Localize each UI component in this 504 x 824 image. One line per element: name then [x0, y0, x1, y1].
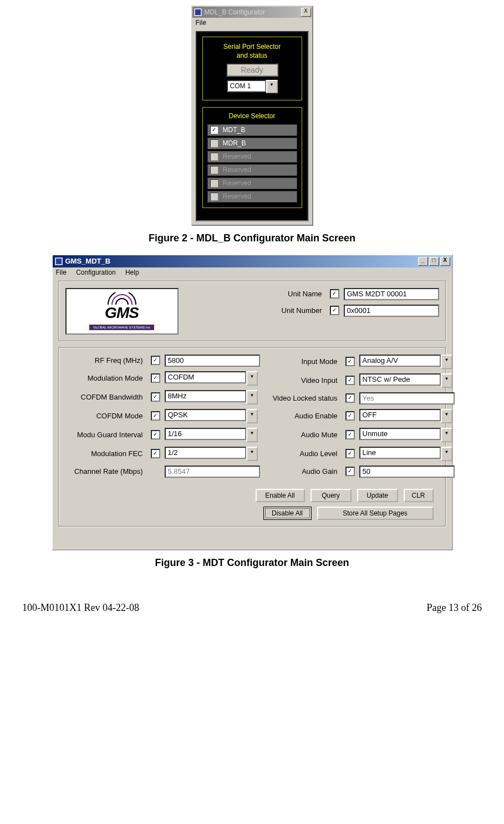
field-dropdown[interactable]: 1/16▼	[165, 428, 258, 442]
field-value[interactable]: 1/16	[165, 428, 247, 440]
logo-subtitle: GLOBAL MICROWAVE SYSTEMS Inc	[89, 325, 154, 330]
titlebar[interactable]: MDL_B Configurator X	[192, 7, 312, 18]
serial-port-label-line2: and status	[237, 52, 267, 59]
left-column: RF Freq (MHz)✓5800Modulation Mode✓COFDM▼…	[65, 355, 260, 482]
device-label: Reserved	[223, 153, 251, 160]
serial-port-group: Serial Port Selector and status Ready CO…	[202, 37, 302, 100]
update-button[interactable]: Update	[357, 489, 398, 502]
field-value[interactable]: Unmute	[359, 428, 441, 440]
unit-name-checkbox[interactable]: ✓	[330, 289, 339, 299]
field-checkbox[interactable]: ✓	[151, 373, 160, 383]
footer-right: Page 13 of 26	[427, 602, 482, 614]
enable-all-button[interactable]: Enable All	[256, 489, 305, 502]
chevron-down-icon[interactable]: ▼	[441, 409, 452, 423]
menu-file[interactable]: File	[196, 19, 206, 27]
chevron-down-icon[interactable]: ▼	[441, 355, 452, 369]
serial-port-label-line1: Serial Port Selector	[223, 43, 281, 50]
field-label: Audio Level	[260, 449, 341, 458]
field-checkbox[interactable]: ✓	[345, 467, 355, 476]
chevron-down-icon[interactable]: ▼	[246, 409, 257, 423]
clr-button[interactable]: CLR	[404, 489, 434, 502]
unit-number-checkbox[interactable]: ✓	[330, 306, 339, 315]
field-value[interactable]: Analog A/V	[359, 355, 441, 367]
field-value[interactable]: 1/2	[165, 447, 247, 459]
gms-mdt-b-window: GMS_MDT_B _ □ X File Configuration Help	[52, 254, 453, 550]
field-row: COFDM Mode✓QPSK▼	[65, 409, 260, 423]
com-port-value[interactable]: COM 1	[227, 80, 266, 92]
field-value[interactable]: Line	[359, 447, 441, 459]
menu-help[interactable]: Help	[125, 269, 139, 276]
field-dropdown[interactable]: 8MHz▼	[165, 390, 258, 405]
minimize-button[interactable]: _	[418, 257, 428, 266]
field-checkbox[interactable]: ✓	[345, 393, 355, 403]
field-dropdown[interactable]: COFDM▼	[165, 371, 258, 386]
field-dropdown[interactable]: OFF▼	[359, 409, 452, 423]
field-checkbox[interactable]: ✓	[345, 411, 355, 421]
field-dropdown[interactable]: QPSK▼	[165, 409, 258, 423]
field-checkbox[interactable]: ✓	[151, 430, 160, 439]
chevron-down-icon[interactable]: ▼	[246, 371, 257, 386]
menu-file[interactable]: File	[56, 269, 67, 276]
device-row[interactable]: MDR_B	[207, 138, 297, 149]
unit-info-group: GMS GLOBAL MICROWAVE SYSTEMS Inc Unit Na…	[58, 281, 446, 342]
field-checkbox[interactable]: ✓	[345, 357, 355, 366]
field-row: Audio Mute✓Unmute▼	[260, 428, 455, 442]
disable-all-button[interactable]: Disable All	[263, 507, 312, 520]
chevron-down-icon[interactable]: ▼	[246, 390, 257, 405]
field-checkbox[interactable]: ✓	[151, 356, 160, 365]
field-row: Audio Level✓Line▼	[260, 447, 455, 461]
gms-logo: GMS GLOBAL MICROWAVE SYSTEMS Inc	[65, 288, 179, 335]
chevron-down-icon[interactable]: ▼	[246, 447, 257, 461]
field-value[interactable]: 8MHz	[165, 390, 247, 402]
close-button[interactable]: X	[301, 8, 311, 17]
unit-name-field[interactable]: GMS M2DT 00001	[344, 288, 439, 300]
chevron-down-icon[interactable]: ▼	[441, 447, 452, 461]
chevron-down-icon[interactable]: ▼	[441, 373, 452, 388]
field-row: Modulation Mode✓COFDM▼	[65, 371, 260, 386]
field-dropdown[interactable]: Unmute▼	[359, 428, 452, 442]
field-checkbox[interactable]: ✓	[345, 376, 355, 385]
svg-rect-3	[56, 259, 62, 264]
device-row[interactable]: ✓ MDT_B	[207, 124, 297, 136]
field-checkbox[interactable]: ✓	[345, 430, 355, 439]
field-checkbox[interactable]: ✓	[345, 449, 355, 458]
field-value-readonly: Yes	[359, 392, 455, 405]
chevron-down-icon[interactable]: ▼	[441, 428, 452, 442]
config-panel: Serial Port Selector and status Ready CO…	[196, 31, 309, 221]
field-label: COFDM Bandwidth	[65, 393, 146, 401]
field-input[interactable]: 50	[359, 466, 455, 478]
chevron-down-icon[interactable]: ▼	[266, 80, 278, 93]
field-input[interactable]: 5800	[165, 355, 260, 367]
store-all-button[interactable]: Store All Setup Pages	[317, 507, 434, 520]
field-value[interactable]: NTSC w/ Pede	[359, 373, 441, 386]
device-label: Reserved	[223, 193, 251, 200]
logo-text: GMS	[89, 304, 154, 322]
field-value[interactable]: OFF	[359, 409, 441, 421]
chevron-down-icon[interactable]: ▼	[246, 428, 257, 442]
field-checkbox[interactable]: ✓	[151, 449, 160, 458]
device-row: Reserved	[207, 164, 297, 176]
field-dropdown[interactable]: Analog A/V▼	[359, 355, 452, 369]
field-label: COFDM Mode	[65, 412, 146, 420]
field-value[interactable]: QPSK	[165, 409, 247, 421]
unit-number-field[interactable]: 0x0001	[344, 305, 439, 317]
field-row: Modu Guard Interval✓1/16▼	[65, 428, 260, 442]
checkbox-icon	[210, 153, 218, 161]
com-port-select[interactable]: COM 1 ▼	[227, 80, 278, 93]
field-value[interactable]: COFDM	[165, 371, 247, 383]
checkbox-icon[interactable]	[210, 139, 218, 148]
unit-number-label: Unit Number	[239, 306, 325, 315]
field-row: Audio Enable✓OFF▼	[260, 409, 455, 423]
field-checkbox[interactable]: ✓	[151, 411, 160, 421]
maximize-button[interactable]: □	[429, 257, 439, 266]
field-dropdown[interactable]: Line▼	[359, 447, 452, 461]
titlebar[interactable]: GMS_MDT_B _ □ X	[53, 255, 452, 267]
field-dropdown[interactable]: 1/2▼	[165, 447, 258, 461]
field-dropdown[interactable]: NTSC w/ Pede▼	[359, 373, 452, 388]
query-button[interactable]: Query	[310, 489, 352, 502]
menu-configuration[interactable]: Configuration	[76, 269, 115, 276]
checkbox-icon[interactable]: ✓	[210, 126, 218, 134]
device-label: Reserved	[223, 179, 251, 187]
field-checkbox[interactable]: ✓	[151, 392, 160, 402]
close-button[interactable]: X	[440, 257, 450, 266]
